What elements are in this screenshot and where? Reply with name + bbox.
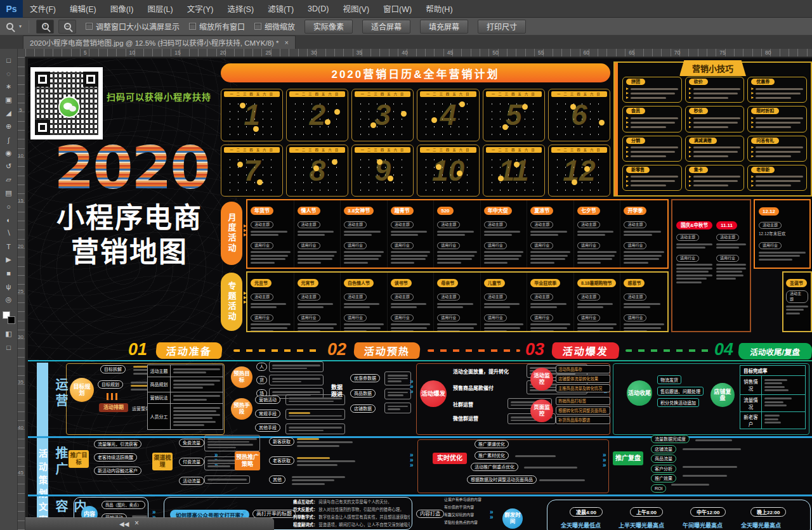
ops-warmup-means-circle: 预热手段 <box>231 398 252 420</box>
formula-bullet: 程度副词式：营造语境，瞬间打动人心，让人不自觉又深刻被吸引。 <box>293 521 410 529</box>
festival-column: 520 活动主题 适用行业 <box>434 200 481 268</box>
menu-item[interactable]: 编辑(E) <box>63 0 103 18</box>
industry-tag: 适用行业 <box>484 242 507 249</box>
festival-column: 3.8女神节 活动主题 适用行业 <box>341 200 388 268</box>
zoom-out-button[interactable]: − <box>58 20 76 34</box>
promo-warmup-items: 新客获取 老客获取 其他 <box>269 437 294 484</box>
row-separator <box>28 494 812 496</box>
review-item: ROI <box>651 484 666 493</box>
menu-item[interactable]: 窗口(W) <box>376 0 419 18</box>
festival-pill: 七夕节 <box>577 207 600 215</box>
formula-bullet: 列举数字式：数字信息会让人感觉富有真实性，并且想迅速获取信息。 <box>293 514 410 521</box>
photoshop-logo: Ps <box>0 0 23 18</box>
menu-item[interactable]: 文件(F) <box>23 0 63 18</box>
zoom-tool[interactable]: ◎ <box>2 294 16 306</box>
ops-close-items: 物流发货售后跟进、问题处理积分兑换活动追加 <box>657 375 704 410</box>
resize-windows-checkbox[interactable]: 调整窗口大小以满屏显示 <box>86 21 180 32</box>
menu-item[interactable]: 文字(Y) <box>180 0 221 18</box>
zoom-all-windows-checkbox[interactable]: 缩放所有窗口 <box>189 21 245 32</box>
review-item: 客户分析 <box>651 465 676 473</box>
text-lines <box>695 437 732 443</box>
industry-tag: 适用行业 <box>530 242 553 249</box>
topic-column: 白色情人节 活动主题 适用行业 <box>341 273 388 331</box>
tip-bullet-line <box>751 87 803 90</box>
dodge-tool[interactable]: ◐ <box>2 214 16 226</box>
path-select-tool[interactable]: ▶ <box>2 254 16 266</box>
tools-panel: +□◌∗▣◢⊕∫◉↺▱▤○◐∖T▶■ψ◎ ◧□ <box>0 36 18 530</box>
tip-bullet-line <box>689 184 741 187</box>
text-lines <box>683 446 741 451</box>
promo-warmup-box: 预热推广策略 <box>235 451 260 470</box>
lasso-tool[interactable]: ◌ <box>2 67 16 79</box>
menu-item[interactable]: 滤镜(T) <box>261 0 301 18</box>
eraser-tool[interactable]: ▱ <box>2 174 16 186</box>
zoom-in-button[interactable]: + <box>36 20 54 34</box>
zoom-tool-preset-icon[interactable] <box>6 23 13 30</box>
scrubby-zoom-checkbox[interactable]: 细微缩放 <box>254 21 295 32</box>
tip-bullet-line <box>626 92 678 94</box>
floating-mini-window[interactable]: ◀◀ × <box>0 517 274 530</box>
people-goods-place: 人 货 场 <box>256 363 267 398</box>
highlight-date-dot <box>584 166 590 172</box>
history-brush-tool[interactable]: ↺ <box>2 160 16 172</box>
hand-tool[interactable]: ψ <box>2 280 16 292</box>
industry-tag: 适用行业 <box>391 242 414 249</box>
festival-pill: 开学季 <box>624 207 646 215</box>
realtime-opt-box: 实时优化 <box>433 453 467 464</box>
quick-mask-button[interactable]: ◧ <box>2 328 16 340</box>
month-card: 一 二 三 四 五 六 日 10 <box>417 145 479 197</box>
rewind-icon[interactable]: ◀◀ <box>119 520 129 528</box>
brush-tool[interactable]: ∫ <box>2 134 16 146</box>
phase-dash <box>233 349 321 352</box>
highlight-date-dot <box>237 162 243 167</box>
chevron-down-icon[interactable]: ▾ <box>19 23 22 29</box>
background-color-swatch[interactable] <box>8 316 15 324</box>
arrow-decoration <box>107 393 119 400</box>
tab-close-icon[interactable]: × <box>285 39 289 46</box>
type-tool[interactable]: T <box>2 240 16 252</box>
document-tab[interactable]: 2020小程序电商营销地图.jpg @ 12.5% (扫码可以获得小程序扶持, … <box>23 36 296 49</box>
fill-screen-button[interactable]: 填充屏幕 <box>420 20 468 34</box>
print-size-button[interactable]: 打印尺寸 <box>478 20 526 34</box>
menu-item[interactable]: 图层(L) <box>140 0 180 18</box>
highlight-date-dot <box>334 109 340 115</box>
festival-column: 年货节 活动主题 适用行业 <box>247 200 294 268</box>
clone-stamp-tool[interactable]: ◉ <box>2 147 16 159</box>
shape-tool[interactable]: ■ <box>2 267 16 279</box>
blur-tool[interactable]: ○ <box>2 200 16 212</box>
color-swatches[interactable] <box>3 311 15 324</box>
tip-card: 拼团 <box>622 77 682 103</box>
plan-band: 活动策划文案 <box>37 363 48 530</box>
eyedropper-tool[interactable]: ◢ <box>2 107 16 119</box>
topic-pill: 圣诞节 <box>786 279 807 287</box>
fit-screen-button[interactable]: 适合屏幕 <box>362 20 410 34</box>
menu-item[interactable]: 3D(D) <box>301 0 336 18</box>
menu-item[interactable]: 图像(I) <box>103 0 141 18</box>
crop-tool[interactable]: ▣ <box>2 94 16 106</box>
tip-card-title: 集卡 <box>689 167 708 173</box>
text-lines <box>204 475 250 484</box>
highlight-date-dot <box>240 103 246 108</box>
gradient-tool[interactable]: ▤ <box>2 187 16 199</box>
close-item: 售后跟进、问题处理 <box>657 387 704 396</box>
festival-pill: 520 <box>437 207 453 215</box>
topic-column: 儿童节 活动主题 适用行业 <box>481 273 528 331</box>
opt-item: 推广渠道优化 <box>475 440 509 448</box>
activity-monitor-items: 活动商品库存店铺整体流量转化效果主推商品流量及转化情况 <box>556 365 610 394</box>
options-bar: ▾ + − 调整窗口大小以满屏显示 缩放所有窗口 细微缩放 实际像素 适合屏幕 … <box>0 18 812 36</box>
theme-tag: 活动主题 <box>391 221 414 228</box>
title-formula-bullets: 痛点互动式：阅读与自己有关的文章是每个人的天分。巨大反差式：放入对比性强烈的事物… <box>293 498 410 529</box>
promo-review-box: 推广复盘 <box>613 451 643 465</box>
document-tab-bar: 2020小程序电商营销地图.jpg @ 12.5% (扫码可以获得小程序扶持, … <box>0 36 812 49</box>
healing-brush-tool[interactable]: ⊕ <box>2 120 16 132</box>
menu-item[interactable]: 视图(V) <box>336 0 376 18</box>
marquee-tool[interactable]: □ <box>2 54 16 66</box>
magic-wand-tool[interactable]: ∗ <box>2 81 16 93</box>
close-icon[interactable]: × <box>134 519 139 527</box>
actual-pixels-button[interactable]: 实际像素 <box>304 20 353 34</box>
menu-item[interactable]: 帮助(H) <box>419 0 459 18</box>
pen-tool[interactable]: ∖ <box>2 227 16 239</box>
menu-item[interactable]: 选择(S) <box>220 0 261 18</box>
divider <box>29 20 29 33</box>
screen-mode-button[interactable]: □ <box>2 341 16 353</box>
